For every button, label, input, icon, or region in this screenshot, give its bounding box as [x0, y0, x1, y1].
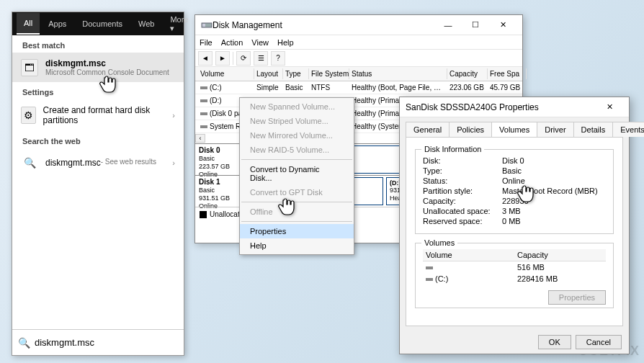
context-menu-item[interactable]: Help	[240, 238, 354, 253]
properties-close-button[interactable]: ✕	[596, 98, 623, 117]
back-button[interactable]: ◄	[198, 51, 213, 66]
context-menu-item[interactable]: Convert to Dynamic Disk...	[240, 162, 354, 185]
settings-button[interactable]: ☰	[254, 51, 268, 66]
volumes-group: Volumes Volume Capacity 516 MB (C:) 2284…	[415, 243, 614, 308]
menu-action[interactable]: Action	[221, 38, 243, 47]
search-tab-documents[interactable]: Documents	[75, 14, 130, 34]
search-tabs: All Apps Documents Web More ▾	[12, 12, 184, 35]
disk-information-label: Disk Information	[421, 145, 484, 153]
forward-button[interactable]: ►	[215, 51, 230, 66]
kv-unallocated-key: Unallocated space:	[423, 207, 502, 215]
col-volume[interactable]: Volume	[198, 68, 254, 79]
volumes-table[interactable]: Volume Capacity 516 MB (C:) 228416 MB	[423, 249, 606, 284]
vol-row-0-name[interactable]	[423, 261, 514, 273]
kv-partitionstyle-value: Master Boot Record (MBR)	[502, 187, 598, 195]
gear-icon: ⚙	[21, 107, 36, 124]
search-tab-web[interactable]: Web	[131, 14, 161, 34]
menu-view[interactable]: View	[251, 38, 269, 47]
disk-management-icon	[201, 19, 213, 31]
disk-properties-dialog: SanDisk SDSSDA240G Properties ✕ General …	[399, 97, 630, 354]
settings-item-label: Create and format hard disk partitions	[43, 105, 166, 125]
context-menu-item: Offline	[240, 205, 354, 219]
kv-status-value: Online	[502, 176, 525, 185]
search-icon: 🔍	[21, 154, 38, 171]
minimize-button[interactable]: —	[434, 16, 462, 35]
legend-swatch-unallocated	[200, 211, 207, 218]
tab-body-volumes: Disk Information Disk:Disk 0 Type:Basic …	[406, 137, 623, 326]
web-result[interactable]: 🔍 diskmgmt.msc - See web results ›	[12, 148, 184, 177]
kv-partitionstyle-key: Partition style:	[423, 187, 502, 195]
svg-rect-1	[202, 24, 205, 27]
search-tab-apps[interactable]: Apps	[41, 14, 73, 34]
properties-title: SanDisk SDSSDA240G Properties	[406, 102, 596, 112]
vol-col-volume[interactable]: Volume	[423, 249, 514, 261]
close-button[interactable]: ✕	[489, 16, 516, 35]
kv-disk-key: Disk:	[423, 156, 502, 165]
tab-policies[interactable]: Policies	[449, 122, 492, 137]
context-menu-item: New Spanned Volume...	[240, 99, 354, 114]
properties-tabs: General Policies Volumes Driver Details …	[400, 117, 629, 137]
search-web-label: Search the web	[12, 131, 184, 148]
menu-separator	[241, 159, 352, 160]
search-result-diskmgmt[interactable]: 🗔 diskmgmt.msc Microsoft Common Console …	[12, 53, 184, 82]
more-label: More	[170, 15, 188, 24]
search-body: Best match 🗔 diskmgmt.msc Microsoft Comm…	[12, 35, 184, 329]
tab-events[interactable]: Events	[612, 122, 644, 137]
kv-capacity-value: 228936	[502, 197, 529, 205]
kv-status-key: Status:	[423, 176, 502, 185]
msc-file-icon: 🗔	[21, 59, 38, 76]
tab-volumes[interactable]: Volumes	[491, 122, 537, 137]
disk-context-menu: New Spanned Volume...New Striped Volume.…	[239, 97, 354, 255]
kv-disk-value: Disk 0	[502, 156, 524, 165]
context-menu-item[interactable]: Properties	[240, 224, 354, 238]
ok-button[interactable]: OK	[538, 335, 571, 349]
col-type[interactable]: Type	[283, 68, 309, 79]
col-layout[interactable]: Layout	[254, 68, 283, 79]
vol-col-capacity[interactable]: Capacity	[514, 249, 606, 261]
volumes-label: Volumes	[421, 238, 457, 247]
tab-general[interactable]: General	[406, 122, 450, 137]
dm-title: Disk Management	[213, 20, 434, 30]
search-input[interactable]	[35, 337, 178, 348]
scroll-left-icon[interactable]: ‹	[195, 134, 205, 143]
vol-row-1-name[interactable]: (C:)	[423, 273, 514, 284]
kv-reserved-value: 0 MB	[502, 217, 521, 225]
tab-driver[interactable]: Driver	[537, 122, 573, 137]
col-filesystem[interactable]: File System	[309, 68, 349, 79]
cancel-button[interactable]: Cancel	[576, 335, 622, 349]
best-match-label: Best match	[12, 35, 184, 53]
search-tab-all[interactable]: All	[17, 13, 40, 35]
kv-unallocated-value: 3 MB	[502, 207, 521, 215]
menu-file[interactable]: File	[200, 38, 213, 47]
chevron-right-icon: ›	[172, 111, 175, 120]
help-button[interactable]: ?	[271, 51, 285, 66]
search-panel: All Apps Documents Web More ▾ Best match…	[12, 12, 184, 356]
settings-item-partitions[interactable]: ⚙ Create and format hard disk partitions…	[12, 99, 184, 131]
menu-separator	[241, 221, 352, 222]
search-icon: 🔍	[18, 337, 30, 349]
vol-row-0-cap: 516 MB	[514, 261, 606, 273]
col-freespace[interactable]: Free Spa	[488, 68, 527, 79]
volume-properties-button: Properties	[548, 290, 606, 305]
refresh-button[interactable]: ⟳	[236, 51, 251, 66]
result-subtitle: Microsoft Common Console Document	[45, 68, 169, 76]
context-menu-item: Convert to GPT Disk	[240, 185, 354, 200]
col-status[interactable]: Status	[349, 68, 447, 79]
context-menu-item: New Striped Volume...	[240, 114, 354, 128]
dm-toolbar: ◄ ► ⟳ ☰ ?	[195, 50, 522, 67]
result-title: diskmgmt.msc	[45, 58, 169, 68]
col-capacity[interactable]: Capacity	[447, 68, 488, 79]
search-tab-more[interactable]: More ▾	[163, 9, 195, 39]
search-input-row: 🔍	[12, 329, 184, 355]
dm-menubar: File Action View Help	[195, 35, 522, 50]
dialog-buttons: OK Cancel	[400, 331, 629, 354]
volume-list-header: Volume Layout Type File System Status Ca…	[195, 67, 522, 81]
kv-type-value: Basic	[502, 166, 522, 175]
menu-help[interactable]: Help	[277, 38, 294, 47]
chevron-right-icon: ›	[172, 158, 175, 167]
maximize-button[interactable]: ☐	[462, 16, 489, 35]
context-menu-item: New Mirrored Volume...	[240, 128, 354, 143]
tab-details[interactable]: Details	[573, 122, 614, 137]
volume-row[interactable]: (C:)SimpleBasicNTFSHealthy (Boot, Page F…	[195, 81, 522, 94]
kv-type-key: Type:	[423, 166, 502, 175]
